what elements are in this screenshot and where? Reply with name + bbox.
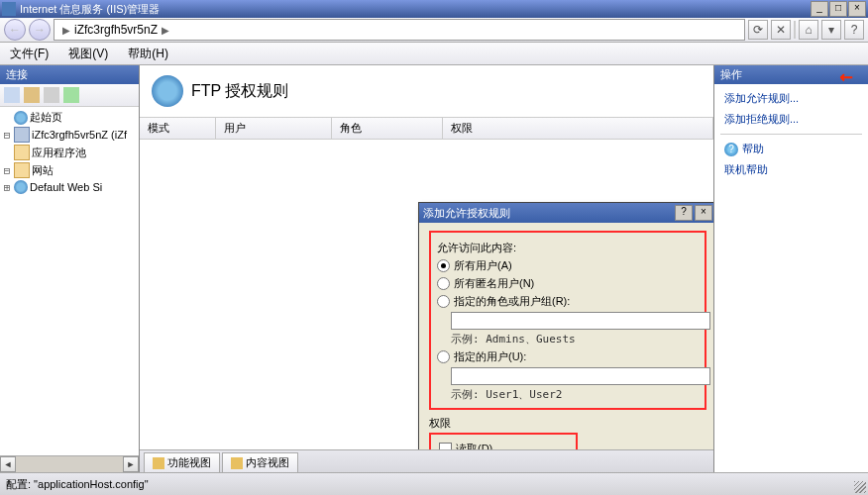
action-help[interactable]: ?帮助 bbox=[720, 139, 862, 159]
tree-server[interactable]: ⊟iZfc3rgfh5vr5nZ (iZf bbox=[2, 126, 137, 144]
action-add-deny[interactable]: 添加拒绝规则... bbox=[720, 109, 862, 130]
col-perm[interactable]: 权限 bbox=[443, 118, 713, 139]
menu-help[interactable]: 帮助(H) bbox=[124, 44, 172, 64]
page-title: FTP 授权规则 bbox=[191, 81, 288, 102]
tree-default-site[interactable]: ⊞Default Web Si bbox=[2, 179, 137, 195]
connections-panel: 连接 起始页 ⊟iZfc3rgfh5vr5nZ (iZf 应用程序池 ⊟网站 ⊞… bbox=[0, 65, 140, 472]
tree-sites[interactable]: ⊟网站 bbox=[2, 161, 137, 179]
action-online-help[interactable]: 联机帮助 bbox=[720, 159, 862, 180]
users-input[interactable] bbox=[451, 367, 710, 385]
title-bar: Internet 信息服务 (IIS)管理器 _ □ × bbox=[0, 0, 868, 18]
menu-file[interactable]: 文件(F) bbox=[6, 44, 53, 64]
col-user[interactable]: 用户 bbox=[216, 118, 332, 139]
roles-hint: 示例: Admins、Guests bbox=[451, 332, 699, 346]
perm-label: 权限 bbox=[429, 416, 706, 431]
ftp-auth-icon bbox=[152, 75, 183, 107]
grid-header: 模式 用户 角色 权限 bbox=[140, 117, 713, 140]
actions-header: 操作 ↙ bbox=[714, 65, 868, 84]
site-icon bbox=[14, 180, 28, 194]
chevron-right-icon: ▶ bbox=[162, 25, 169, 36]
content-icon bbox=[231, 457, 243, 469]
back-button[interactable]: ← bbox=[4, 19, 26, 41]
connect-icon[interactable] bbox=[4, 87, 20, 103]
forward-button[interactable]: → bbox=[29, 19, 51, 41]
connections-header: 连接 bbox=[0, 65, 139, 84]
col-mode[interactable]: 模式 bbox=[140, 118, 216, 139]
close-button[interactable]: × bbox=[848, 1, 866, 17]
chevron-right-icon: ▶ bbox=[62, 25, 70, 36]
app-icon bbox=[2, 2, 16, 16]
dialog-help-button[interactable]: ? bbox=[675, 205, 693, 221]
address-bar[interactable]: ▶ iZfc3rgfh5vr5nZ ▶ bbox=[54, 19, 745, 41]
users-hint: 示例: User1、User2 bbox=[451, 387, 699, 402]
refresh-button[interactable]: ⟳ bbox=[748, 20, 768, 40]
access-label: 允许访问此内容: bbox=[437, 241, 699, 255]
help-button[interactable]: ? bbox=[844, 20, 864, 40]
folder-icon bbox=[14, 145, 30, 160]
actions-panel: 操作 ↙ 添加允许规则... 添加拒绝规则... ?帮助 联机帮助 bbox=[713, 65, 868, 472]
home-button[interactable]: ⌂ bbox=[799, 20, 818, 40]
connections-tree: 起始页 ⊟iZfc3rgfh5vr5nZ (iZf 应用程序池 ⊟网站 ⊞Def… bbox=[0, 107, 139, 455]
app-window: Internet 信息服务 (IIS)管理器 _ □ × ← → ▶ iZfc3… bbox=[0, 0, 868, 495]
menu-view[interactable]: 视图(V) bbox=[64, 44, 112, 64]
action-add-allow[interactable]: 添加允许规则... bbox=[720, 88, 862, 109]
view-tabs: 功能视图 内容视图 bbox=[140, 449, 713, 472]
connections-toolbar bbox=[0, 84, 139, 107]
refresh-icon[interactable] bbox=[44, 87, 59, 103]
window-title: Internet 信息服务 (IIS)管理器 bbox=[20, 2, 160, 17]
content-area: FTP 授权规则 模式 用户 角色 权限 添加允许授权规则 ? × bbox=[140, 65, 713, 472]
globe-icon bbox=[14, 111, 28, 125]
status-bar: 配置: "applicationHost.config" bbox=[0, 472, 868, 495]
check-read[interactable] bbox=[439, 443, 452, 449]
dialog-title-bar: 添加允许授权规则 ? × bbox=[419, 203, 713, 223]
tree-app-pools[interactable]: 应用程序池 bbox=[2, 144, 137, 161]
help-icon: ? bbox=[724, 143, 738, 156]
folder-icon bbox=[14, 162, 30, 178]
nav-toolbar: ← → ▶ iZfc3rgfh5vr5nZ ▶ ⟳ ✕ ⌂ ▾ ? bbox=[0, 18, 868, 43]
tab-content[interactable]: 内容视图 bbox=[222, 452, 298, 472]
tree-start-page[interactable]: 起始页 bbox=[2, 109, 137, 126]
perm-group: 读取(D) 写入(W) bbox=[429, 433, 578, 449]
resize-grip[interactable] bbox=[854, 481, 866, 493]
radio-roles[interactable] bbox=[437, 295, 450, 308]
radio-anon-users[interactable] bbox=[437, 277, 450, 290]
access-group: 允许访问此内容: 所有用户(A) 所有匿名用户(N) 指定的角色或用户组(R):… bbox=[429, 231, 706, 410]
up-icon[interactable] bbox=[63, 87, 79, 103]
status-text: 配置: "applicationHost.config" bbox=[6, 477, 149, 492]
group-button[interactable]: ▾ bbox=[821, 20, 841, 40]
features-icon bbox=[153, 457, 164, 469]
address-segment: iZfc3rgfh5vr5nZ bbox=[74, 23, 158, 37]
tab-features[interactable]: 功能视图 bbox=[144, 452, 220, 472]
roles-input[interactable] bbox=[451, 312, 710, 330]
scroll-left-button[interactable]: ◄ bbox=[0, 456, 16, 472]
scroll-right-button[interactable]: ► bbox=[123, 456, 139, 472]
save-icon[interactable] bbox=[24, 87, 40, 103]
radio-users[interactable] bbox=[437, 350, 450, 363]
col-role[interactable]: 角色 bbox=[332, 118, 443, 139]
dialog-close-button[interactable]: × bbox=[695, 205, 712, 221]
radio-all-users[interactable] bbox=[437, 259, 450, 272]
dialog-title: 添加允许授权规则 bbox=[423, 206, 510, 221]
add-allow-rule-dialog: 添加允许授权规则 ? × 允许访问此内容: 所有用户(A) 所有匿名用户(N) … bbox=[418, 202, 713, 449]
server-icon bbox=[14, 127, 30, 143]
stop-button[interactable]: ✕ bbox=[771, 20, 791, 40]
restore-button[interactable]: □ bbox=[829, 1, 847, 17]
minimize-button[interactable]: _ bbox=[811, 1, 828, 17]
menu-bar: 文件(F) 视图(V) 帮助(H) bbox=[0, 43, 868, 65]
